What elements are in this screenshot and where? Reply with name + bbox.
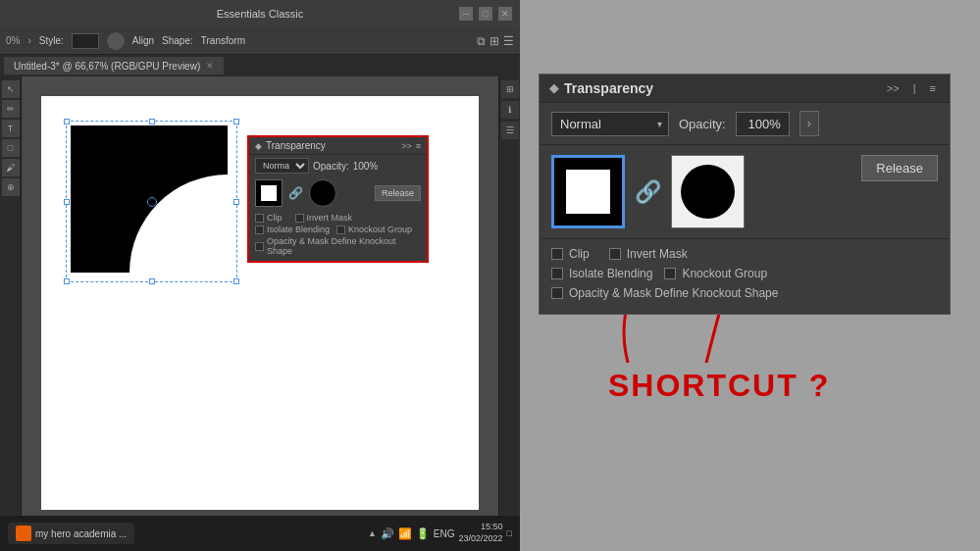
link-icon[interactable]: 🔗 (635, 179, 661, 205)
opacity-label: Opacity: (679, 117, 726, 131)
isolate-blending-label: Isolate Blending (569, 267, 652, 280)
selection-handle-tm (149, 119, 155, 125)
menu-icon[interactable]: ☰ (503, 34, 514, 48)
pen-tool-icon[interactable]: ✏ (2, 100, 20, 118)
tp-small-knockout-checkbox[interactable] (336, 225, 345, 234)
tab-close-icon[interactable]: ✕ (206, 61, 214, 71)
tp-small-menu-btn[interactable]: ≡ (416, 141, 421, 151)
ai-title: Essentials Classic (217, 8, 304, 20)
tp-small-title-text: Transparency (266, 140, 326, 151)
taskbar-clock: 15:50 23/02/2022 (459, 522, 503, 544)
color-wheel-icon[interactable] (107, 32, 125, 50)
taskbar: my hero academia ... ▲ 🔊 📶 🔋 ENG 15:50 2… (0, 516, 520, 551)
tp-small-object-thumb[interactable] (255, 179, 283, 207)
tp-small-opacity-row: Normal Opacity: 100% (249, 155, 427, 176)
arrange-icon[interactable]: ⧉ (477, 34, 486, 48)
taskbar-caret-icon[interactable]: ▲ (368, 528, 377, 538)
white-arc-cutout (129, 175, 228, 273)
taskbar-battery-icon[interactable]: 🔋 (416, 527, 430, 540)
blend-mode-value: Normal (560, 117, 601, 131)
tp-large-title-row: ◆ Transparency (549, 80, 653, 96)
zoom-tool-icon[interactable]: ⊕ (2, 178, 20, 196)
tp-small-expand-btn[interactable]: >> (401, 141, 412, 151)
transparency-panel-small: ◆ Transparency >> ≡ Normal Opacity: 100% (247, 135, 429, 263)
type-tool-icon[interactable]: T (2, 120, 20, 137)
taskbar-notification-icon[interactable]: □ (507, 528, 512, 538)
invert-mask-label: Invert Mask (627, 247, 688, 261)
tp-checkboxes-section: Clip Invert Mask Isolate Blending Knocko… (540, 239, 950, 314)
toolbar-right: ⧉ ⊞ ☰ (477, 34, 514, 48)
taskbar-network-icon[interactable]: 📶 (398, 527, 412, 540)
dropdown-arrow-icon: ▾ (657, 119, 662, 129)
mask-thumbnail[interactable] (671, 155, 745, 228)
chevron-right-icon: › (27, 35, 30, 46)
expand-icon[interactable]: ⊞ (490, 34, 499, 48)
tp-small-controls: >> ≡ (401, 141, 421, 151)
ai-titlebar: Essentials Classic ─ □ ✕ (0, 0, 520, 27)
tp-small-release-btn[interactable]: Release (375, 185, 421, 201)
opacity-value[interactable]: 100% (736, 112, 790, 136)
opacity-arrow-btn[interactable]: › (799, 111, 819, 136)
isolate-blending-checkbox[interactable] (551, 268, 563, 279)
selection-handle-bm (149, 278, 155, 284)
layers-icon[interactable]: ⊞ (501, 80, 519, 98)
align-label: Align (132, 35, 154, 46)
tp-small-isolate-checkbox[interactable] (255, 225, 264, 234)
blend-mode-dropdown-wrapper: Normal ▾ (551, 112, 669, 136)
tp-small-diamond-icon: ◆ (255, 141, 262, 151)
ai-tab-bar: Untitled-3* @ 66,67% (RGB/GPU Preview) ✕ (0, 55, 520, 76)
selection-handle-br (233, 278, 239, 284)
taskbar-app-btn[interactable]: my hero academia ... (8, 523, 134, 544)
clip-checkbox[interactable] (551, 248, 563, 260)
select-tool-icon[interactable]: ↖ (2, 80, 20, 98)
transparency-panel-large: ◆ Transparency >> | ≡ Normal ▾ Opacity: … (539, 74, 951, 315)
tp-cb-row-3: Opacity & Mask Define Knockout Shape (551, 286, 938, 300)
tp-small-invert-label: Invert Mask (307, 213, 353, 223)
libraries-icon[interactable]: ☰ (501, 122, 519, 139)
document-tab[interactable]: Untitled-3* @ 66,67% (RGB/GPU Preview) ✕ (4, 57, 224, 75)
ai-content: ↖ ✏ T □ 🖌 ⊕ (0, 76, 520, 529)
selection-handle-ml (64, 199, 70, 205)
brush-tool-icon[interactable]: 🖌 (2, 159, 20, 176)
minimize-btn[interactable]: ─ (459, 7, 473, 21)
transform-label: Transform (201, 35, 245, 46)
clip-label: Clip (569, 247, 590, 261)
tp-small-cb-isolate-row: Isolate Blending Knockout Group (255, 225, 421, 234)
knockout-group-label: Knockout Group (682, 267, 767, 280)
tp-small-knockout-label: Knockout Group (348, 225, 412, 234)
mask-circle (681, 165, 735, 219)
tp-small-link-icon[interactable]: 🔗 (288, 186, 303, 200)
taskbar-time-value: 15:50 (481, 522, 503, 533)
opacity-mask-checkbox[interactable] (551, 287, 563, 299)
shortcut-text: SHORTCUT ? (608, 368, 830, 404)
object-thumbnail[interactable] (551, 155, 625, 228)
taskbar-date-value: 23/02/2022 (459, 533, 503, 545)
tp-small-blend-mode-select[interactable]: Normal (255, 158, 309, 174)
blend-mode-dropdown[interactable]: Normal ▾ (551, 112, 669, 136)
taskbar-lang-label: ENG (434, 528, 455, 539)
tp-small-clip-checkbox[interactable] (255, 214, 264, 223)
tp-large-diamond-icon: ◆ (549, 81, 558, 95)
shape-tool-icon[interactable]: □ (2, 139, 20, 157)
tp-large-expand-btn[interactable]: >> (883, 80, 903, 96)
tp-small-thumb-inner (261, 185, 277, 201)
tp-small-clip-label: Clip (267, 213, 283, 223)
tp-small-cb-clip-row: Clip Invert Mask (255, 213, 421, 223)
knockout-group-checkbox[interactable] (664, 268, 676, 279)
release-btn[interactable]: Release (861, 155, 938, 181)
invert-mask-checkbox[interactable] (609, 248, 621, 260)
close-btn[interactable]: ✕ (498, 7, 512, 21)
tp-large-header: ◆ Transparency >> | ≡ (540, 75, 950, 103)
style-swatch[interactable] (72, 33, 99, 49)
tp-small-masks-row: 🔗 Release (249, 176, 427, 210)
taskbar-speaker-icon[interactable]: 🔊 (381, 527, 394, 540)
style-label: Style: (39, 35, 64, 46)
properties-icon[interactable]: ℹ (501, 101, 519, 119)
tp-small-opacity-mask-checkbox[interactable] (255, 242, 264, 251)
tp-large-menu-btn[interactable]: ≡ (926, 80, 940, 96)
tp-small-opacity-label: Opacity: (313, 161, 349, 172)
tp-small-mask-thumb[interactable] (309, 179, 336, 207)
tp-small-invert-checkbox[interactable] (295, 214, 304, 223)
tp-small-cb-opacity-row: Opacity & Mask Define Knockout Shape (255, 236, 421, 256)
restore-btn[interactable]: □ (479, 7, 492, 21)
